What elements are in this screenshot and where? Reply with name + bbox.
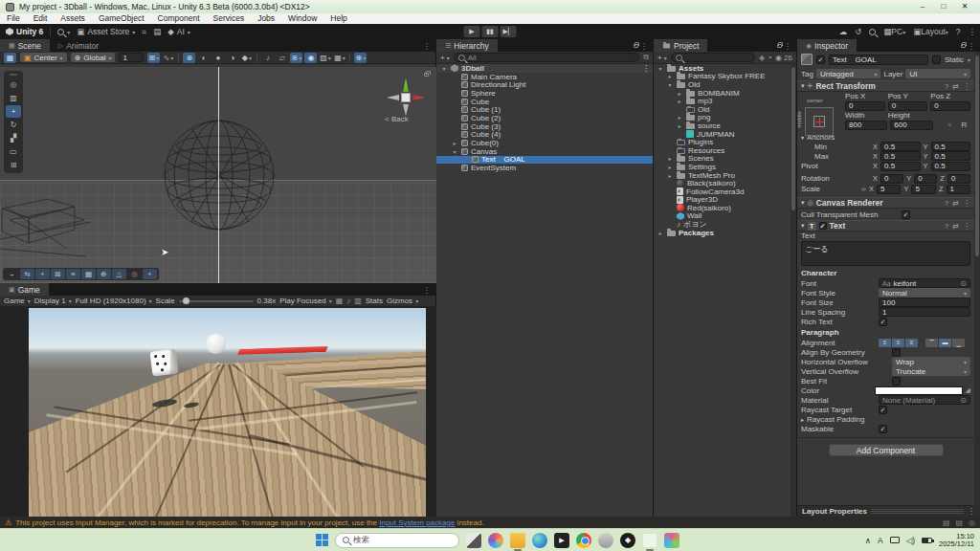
gameobject-name-field[interactable]: Text GOAL <box>829 55 928 65</box>
line-spacing-field[interactable]: 1 <box>879 307 970 317</box>
magnet-snap-icon[interactable]: ∿▾ <box>162 53 174 63</box>
scale-overlay-icon[interactable]: ⊠ <box>51 269 65 279</box>
hierarchy-item[interactable]: Cube (4) <box>436 131 653 140</box>
pos-y-field[interactable]: 0 <box>888 101 928 111</box>
align-by-geometry-checkbox[interactable] <box>892 348 901 357</box>
gizmo-x-axis-icon[interactable] <box>412 95 425 100</box>
rotate-tool[interactable]: ↻ <box>6 119 21 131</box>
ai-button[interactable]: ◆ AI▾ <box>167 27 190 36</box>
menu-edit[interactable]: Edit <box>27 13 55 24</box>
vertical-overflow-dropdown[interactable]: Truncate▾ <box>892 366 970 376</box>
project-item[interactable]: ▸Fantasy Skybox FREE <box>654 73 796 81</box>
copilot-icon[interactable] <box>488 533 503 548</box>
console-messages-icon[interactable]: ▤ <box>943 518 950 527</box>
move-overlay-icon[interactable]: ⇆ <box>20 269 34 279</box>
hierarchy-search-input[interactable]: All <box>454 53 640 62</box>
grid-overlay-icon[interactable]: ▦ <box>81 269 96 279</box>
height-field[interactable]: 600 <box>890 121 932 130</box>
stats-button[interactable]: Stats <box>366 297 383 305</box>
object-picker-icon[interactable]: ⊙ <box>960 279 967 288</box>
foldout-arrow-icon[interactable]: ▸ <box>676 98 683 104</box>
wireframe-sphere[interactable] <box>163 117 276 233</box>
anchor-max-y-field[interactable]: 0.5 <box>931 151 970 161</box>
kebab-menu-icon[interactable]: ⋮ <box>969 27 977 36</box>
hidden-count[interactable]: ◉ 26 <box>775 54 792 62</box>
rich-text-checkbox[interactable]: ✓ <box>879 318 887 326</box>
ime-indicator[interactable]: A <box>878 536 883 545</box>
kebab-menu-icon[interactable]: ⋮ <box>963 82 970 91</box>
canvas-renderer-header[interactable]: ▾ ◎ Canvas Renderer ? ⇄ ⋮ <box>797 197 974 209</box>
play-focused-dropdown[interactable]: Play Focused▾ <box>279 297 331 305</box>
task-view-icon[interactable] <box>466 533 481 548</box>
battery-icon[interactable] <box>922 538 932 543</box>
menu-file[interactable]: File <box>0 13 27 24</box>
gizmo-overlay-icon[interactable]: + <box>143 269 157 279</box>
rect-overlay-icon[interactable]: ≡ <box>66 269 80 279</box>
help-icon[interactable]: ? <box>945 199 948 208</box>
layout-properties-bar[interactable]: Layout Properties ⋮ <box>797 505 980 517</box>
overlay-grip[interactable] <box>10 74 17 76</box>
project-item[interactable]: Black(saikoro) <box>654 179 796 187</box>
scrollbar-thumb[interactable] <box>791 67 795 210</box>
pos-x-field[interactable]: 0 <box>845 101 885 111</box>
anchor-min-y-field[interactable]: 0.5 <box>931 142 970 151</box>
progress-icon[interactable]: ◎ <box>969 518 975 527</box>
tab-hierarchy[interactable]: ☰ Hierarchy <box>436 39 498 52</box>
foldout-arrow-icon[interactable]: ▸ <box>676 122 683 129</box>
project-search-input[interactable] <box>671 53 755 62</box>
scale-x-field[interactable]: 5 <box>877 185 901 194</box>
paint-app-icon[interactable] <box>664 533 679 548</box>
display-dropdown[interactable]: Display 1▾ <box>34 297 72 305</box>
scrollbar-thumb[interactable] <box>975 55 979 256</box>
raw-edit-button[interactable]: R <box>958 121 970 130</box>
scale-slider-knob[interactable] <box>183 298 189 304</box>
search-by-label-icon[interactable]: ⬩ <box>768 53 771 62</box>
active-checkbox[interactable]: ✓ <box>816 55 825 64</box>
grid-icon[interactable]: ▦▾ <box>333 53 345 63</box>
anchor-max-x-field[interactable]: 0.5 <box>880 151 920 161</box>
shaded-icon[interactable]: ◑ <box>226 53 238 63</box>
grid-increment-field[interactable]: 1 <box>119 53 144 62</box>
project-item[interactable]: ▸TextMesh Pro <box>654 171 796 180</box>
hierarchy-item[interactable]: Cube (1) <box>436 105 653 114</box>
input-system-package-link[interactable]: Input System package <box>379 518 455 527</box>
scale-tool[interactable]: ▞ <box>6 132 21 144</box>
presets-icon[interactable]: ⇄ <box>952 199 959 208</box>
gizmos-dropdown[interactable]: Gizmos▾ <box>387 297 418 305</box>
search-by-type-icon[interactable]: ◈ <box>759 54 765 62</box>
static-caret-icon[interactable]: ▾ <box>968 56 970 63</box>
project-item[interactable]: Old <box>654 105 796 114</box>
tab-animator[interactable]: ▷ Animator <box>50 39 107 52</box>
project-scrollbar[interactable] <box>791 65 796 517</box>
resolution-dropdown[interactable]: Full HD (1920x1080)▾ <box>76 297 152 305</box>
gizmo-lock-icon[interactable] <box>424 73 429 77</box>
align-center-button[interactable]: ≡ <box>892 339 904 347</box>
add-object-button[interactable]: +▾ <box>440 54 450 62</box>
project-item[interactable]: ▾Assets <box>654 64 796 73</box>
cloud-icon[interactable]: ☁ <box>839 27 848 36</box>
speaker-icon[interactable]: ◁) <box>906 536 915 545</box>
align-right-button[interactable]: ≡ <box>905 339 918 347</box>
unity-editor-icon[interactable]: ◇ <box>642 533 657 548</box>
project-item[interactable]: ▸mp3 <box>654 97 796 105</box>
hierarchy-row-scene-root[interactable]: ▾3Dball⋮ <box>436 64 653 73</box>
align-top-button[interactable]: ▔ <box>925 339 938 347</box>
gizmo-neg-x-axis-icon[interactable] <box>387 95 399 100</box>
kebab-menu-icon[interactable]: ⋮ <box>784 41 792 51</box>
view-tool[interactable]: ◎ <box>6 78 21 91</box>
raycast-target-checkbox[interactable]: ✓ <box>879 406 887 414</box>
gizmo-back-label[interactable]: < Back <box>385 115 409 123</box>
camera-icon[interactable]: ▨▾ <box>319 53 331 63</box>
foldout-arrow-icon[interactable]: ▸ <box>657 230 664 236</box>
orientation-dropdown[interactable]: ⊕ Global▾ <box>71 53 116 62</box>
minimize-button[interactable]: – <box>913 1 932 12</box>
tab-scene[interactable]: ▦ Scene <box>0 39 50 52</box>
game-target-dropdown[interactable]: Game▾ <box>4 297 31 305</box>
scene-tab-kebab-icon[interactable]: ⋮ <box>418 39 436 52</box>
static-checkbox[interactable] <box>932 55 941 64</box>
foldout-arrow-icon[interactable]: ▾ <box>657 65 664 72</box>
font-field[interactable]: Aa keifont ⊙ <box>879 278 970 288</box>
menu-help[interactable]: Help <box>323 13 353 24</box>
play-button[interactable]: ▶ <box>464 26 480 37</box>
audio-mute-icon[interactable]: ♪ <box>261 53 274 63</box>
